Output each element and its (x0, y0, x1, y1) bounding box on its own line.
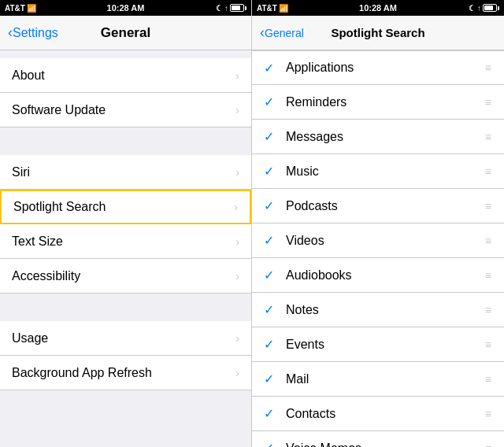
left-settings-list: About › Software Update › Siri › Sp (0, 50, 251, 447)
left-spotlight-chevron-icon: › (234, 201, 238, 213)
right-hamburger-icon-1: ≡ (485, 96, 492, 109)
right-spotlight-item-left-6: ✓ Audiobooks (264, 268, 352, 283)
right-spotlight-item-1[interactable]: ✓ Reminders ≡ (252, 85, 504, 120)
left-siri-label: Siri (12, 165, 30, 179)
left-usage-label: Usage (12, 331, 48, 345)
right-spotlight-item-left-7: ✓ Notes (264, 302, 319, 317)
right-spotlight-item-label-10: Contacts (286, 407, 335, 421)
left-usage-right: › (235, 332, 239, 345)
right-spotlight-item-left-11: ✓ Voice Memos (264, 441, 361, 447)
right-checkmark-icon-11: ✓ (264, 441, 276, 447)
left-siri-right: › (235, 166, 239, 179)
spotlight-items-container: ✓ Applications ≡ ✓ Reminders ≡ ✓ Message… (252, 50, 504, 447)
right-spotlight-item-label-9: Mail (286, 372, 309, 386)
right-hamburger-icon-6: ≡ (485, 269, 492, 282)
right-spotlight-item-4[interactable]: ✓ Podcasts ≡ (252, 189, 504, 224)
left-about-right: › (235, 69, 239, 82)
right-spotlight-item-8[interactable]: ✓ Events ≡ (252, 327, 504, 362)
right-sb-right: ☾ ↑ (469, 4, 499, 13)
right-spotlight-item-11[interactable]: ✓ Voice Memos ≡ (252, 431, 504, 447)
left-item-accessibility[interactable]: Accessibility › (0, 259, 251, 294)
left-text-size-chevron-icon: › (235, 235, 239, 248)
right-spotlight-item-left-8: ✓ Events (264, 337, 324, 352)
left-item-about[interactable]: About › (0, 58, 251, 93)
left-separator-2 (0, 127, 251, 155)
right-checkmark-icon-8: ✓ (264, 337, 276, 352)
left-spotlight-right: › (234, 201, 238, 213)
right-spotlight-item-label-5: Videos (286, 234, 324, 248)
right-battery-icon (483, 4, 499, 12)
right-checkmark-icon-5: ✓ (264, 233, 276, 248)
right-checkmark-icon-7: ✓ (264, 302, 276, 317)
right-spotlight-item-label-0: Applications (286, 61, 354, 75)
right-panel: AT&T 📶 10:28 AM ☾ ↑ ‹ General Sp (252, 0, 504, 447)
left-text-size-label: Text Size (12, 235, 63, 249)
right-hamburger-icon-2: ≡ (485, 131, 492, 143)
right-hamburger-icon-0: ≡ (485, 61, 492, 74)
right-spotlight-item-3[interactable]: ✓ Music ≡ (252, 154, 504, 189)
right-spotlight-item-0[interactable]: ✓ Applications ≡ (252, 50, 504, 85)
right-spotlight-item-7[interactable]: ✓ Notes ≡ (252, 293, 504, 327)
right-hamburger-icon-4: ≡ (485, 200, 492, 212)
right-spotlight-item-label-1: Reminders (286, 95, 346, 109)
right-spotlight-item-left-10: ✓ Contacts (264, 406, 335, 421)
left-bg-app-refresh-label: Background App Refresh (12, 366, 152, 380)
right-checkmark-icon-1: ✓ (264, 94, 276, 109)
right-back-button[interactable]: ‹ General (260, 24, 304, 41)
left-item-software-update[interactable]: Software Update › (0, 93, 251, 127)
right-spotlight-item-10[interactable]: ✓ Contacts ≡ (252, 397, 504, 431)
left-accessibility-label: Accessibility (12, 269, 80, 283)
left-item-background-app-refresh[interactable]: Background App Refresh › (0, 356, 251, 390)
left-about-label: About (12, 68, 45, 83)
right-spotlight-item-label-4: Podcasts (286, 199, 338, 213)
left-software-update-chevron-icon: › (235, 104, 239, 116)
left-back-button[interactable]: ‹ Settings (8, 24, 58, 41)
left-sb-left: AT&T 📶 (5, 4, 36, 13)
left-location-icon: ↑ (224, 4, 228, 13)
right-hamburger-icon-9: ≡ (485, 373, 492, 386)
right-spotlight-item-left-1: ✓ Reminders (264, 94, 346, 109)
left-battery-icon (230, 4, 246, 12)
right-time: 10:28 AM (359, 3, 397, 13)
left-status-bar: AT&T 📶 10:28 AM ☾ ↑ (0, 0, 251, 16)
right-spotlight-item-left-4: ✓ Podcasts (264, 198, 338, 213)
right-hamburger-icon-7: ≡ (485, 304, 492, 316)
left-siri-chevron-icon: › (235, 166, 239, 179)
left-time: 10:28 AM (107, 3, 145, 13)
left-software-update-label: Software Update (12, 103, 106, 117)
left-item-spotlight-search[interactable]: Spotlight Search › (0, 190, 251, 224)
left-back-label[interactable]: Settings (13, 26, 58, 40)
right-spotlight-item-9[interactable]: ✓ Mail ≡ (252, 362, 504, 397)
right-spotlight-item-2[interactable]: ✓ Messages ≡ (252, 120, 504, 154)
right-location-icon: ↑ (477, 4, 481, 13)
left-nav-title: General (101, 25, 150, 41)
right-checkmark-icon-10: ✓ (264, 406, 276, 421)
left-item-usage[interactable]: Usage › (0, 321, 251, 356)
left-wifi-icon: 📶 (27, 4, 36, 13)
left-carrier: AT&T (5, 4, 25, 13)
left-bg-app-refresh-right: › (235, 367, 239, 379)
right-checkmark-icon-2: ✓ (264, 129, 276, 144)
left-separator-top (0, 50, 251, 58)
left-item-siri[interactable]: Siri › (0, 155, 251, 190)
right-spotlight-item-5[interactable]: ✓ Videos ≡ (252, 224, 504, 258)
right-spotlight-item-label-11: Voice Memos (286, 441, 361, 448)
screen-container: AT&T 📶 10:28 AM ☾ ↑ ‹ Settings G (0, 0, 504, 447)
right-moon-icon: ☾ (469, 4, 476, 13)
right-back-label[interactable]: General (265, 27, 304, 39)
right-checkmark-icon-9: ✓ (264, 371, 276, 386)
right-spotlight-item-left-3: ✓ Music (264, 164, 319, 179)
right-spotlight-item-6[interactable]: ✓ Audiobooks ≡ (252, 258, 504, 293)
right-hamburger-icon-5: ≡ (485, 235, 492, 247)
left-bg-app-refresh-chevron-icon: › (235, 367, 239, 379)
right-hamburger-icon-11: ≡ (485, 442, 492, 448)
right-spotlight-item-label-6: Audiobooks (286, 268, 352, 283)
left-spotlight-label: Spotlight Search (13, 200, 106, 214)
left-nav-bar: ‹ Settings General (0, 16, 251, 50)
left-separator-3 (0, 294, 251, 321)
right-hamburger-icon-8: ≡ (485, 338, 492, 351)
left-usage-chevron-icon: › (235, 332, 239, 345)
right-spotlight-item-label-3: Music (286, 164, 319, 179)
right-carrier: AT&T (257, 4, 277, 13)
left-item-text-size[interactable]: Text Size › (0, 224, 251, 259)
